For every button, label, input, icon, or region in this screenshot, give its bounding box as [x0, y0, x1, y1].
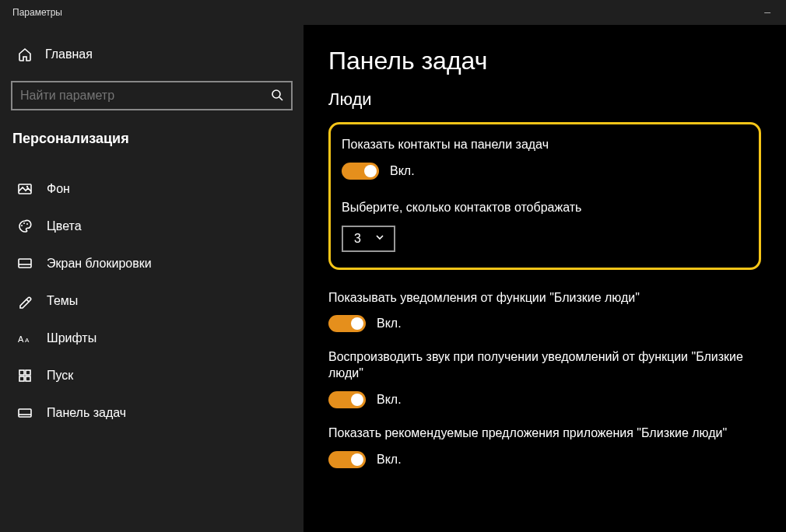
search-icon — [271, 89, 283, 103]
lockscreen-icon — [17, 256, 33, 271]
svg-text:A: A — [18, 334, 24, 344]
sidebar-item-lockscreen[interactable]: Экран блокировки — [11, 245, 293, 282]
taskbar-icon — [17, 405, 33, 421]
sidebar-item-label: Шрифты — [47, 331, 96, 345]
suggestions-label: Показать рекомендуемые предложения прило… — [328, 425, 761, 442]
svg-point-3 — [26, 186, 28, 187]
sidebar-item-background[interactable]: Фон — [11, 170, 293, 208]
page-title: Панель задач — [328, 47, 761, 75]
contacts-on-taskbar-toggle[interactable] — [342, 163, 379, 180]
sidebar-item-taskbar[interactable]: Панель задач — [11, 394, 293, 432]
suggestions-toggle[interactable] — [328, 451, 366, 468]
nav-home-label: Главная — [45, 47, 93, 61]
svg-point-6 — [26, 223, 28, 225]
svg-rect-12 — [26, 370, 30, 375]
svg-point-5 — [23, 222, 25, 224]
sidebar-item-label: Пуск — [47, 369, 73, 383]
sidebar-item-colors[interactable]: Цвета — [11, 208, 293, 245]
toggle-state: Вкл. — [377, 317, 402, 331]
sound-toggle[interactable] — [328, 391, 366, 408]
sidebar-item-label: Цвета — [47, 219, 82, 233]
highlight-box: Показать контакты на панели задач Вкл. В… — [328, 122, 761, 270]
contacts-on-taskbar-label: Показать контакты на панели задач — [342, 137, 745, 153]
nav-home[interactable]: Главная — [11, 39, 293, 70]
svg-text:A: A — [25, 337, 30, 344]
svg-rect-13 — [19, 376, 24, 381]
toggle-state: Вкл. — [377, 453, 402, 467]
minimize-button[interactable]: ─ — [764, 8, 770, 17]
sound-label: Воспроизводить звук при получении уведом… — [328, 349, 761, 382]
svg-line-1 — [279, 97, 282, 100]
sidebar-item-label: Фон — [47, 182, 70, 196]
sidebar-item-themes[interactable]: Темы — [11, 282, 293, 320]
sidebar-item-label: Панель задач — [47, 406, 126, 420]
svg-point-4 — [21, 225, 23, 226]
themes-icon — [17, 293, 33, 309]
fonts-icon: AA — [17, 331, 33, 346]
chevron-down-icon — [375, 233, 384, 244]
sidebar-item-label: Экран блокировки — [47, 257, 152, 271]
start-icon — [17, 368, 33, 383]
svg-rect-11 — [19, 370, 24, 375]
svg-rect-14 — [26, 376, 30, 381]
sidebar-category: Персонализация — [11, 128, 293, 147]
notifications-label: Показывать уведомления от функции "Близк… — [328, 290, 761, 306]
search-input[interactable] — [20, 89, 271, 103]
notifications-toggle[interactable] — [328, 315, 366, 332]
sidebar-item-fonts[interactable]: AA Шрифты — [11, 320, 293, 357]
toggle-state: Вкл. — [390, 164, 415, 178]
contacts-count-dropdown[interactable]: 3 — [342, 226, 395, 252]
image-icon — [17, 181, 33, 197]
toggle-state: Вкл. — [377, 393, 402, 407]
dropdown-value: 3 — [354, 232, 361, 246]
home-icon — [17, 47, 33, 62]
content: Панель задач Люди Показать контакты на п… — [304, 25, 786, 532]
sidebar: Главная Персонализация Фон Цвета Э — [0, 25, 304, 532]
titlebar: Параметры ─ — [0, 0, 786, 25]
section-people: Люди — [328, 89, 761, 110]
svg-rect-15 — [19, 409, 31, 417]
window-controls: ─ — [764, 8, 786, 17]
svg-rect-7 — [19, 259, 31, 268]
palette-icon — [17, 219, 33, 234]
sidebar-item-label: Темы — [47, 294, 78, 308]
window-title: Параметры — [12, 7, 62, 18]
sidebar-item-start[interactable]: Пуск — [11, 357, 293, 394]
svg-point-0 — [272, 90, 280, 98]
contacts-count-label: Выберите, сколько контактов отображать — [342, 200, 745, 216]
search-box[interactable] — [11, 81, 293, 110]
